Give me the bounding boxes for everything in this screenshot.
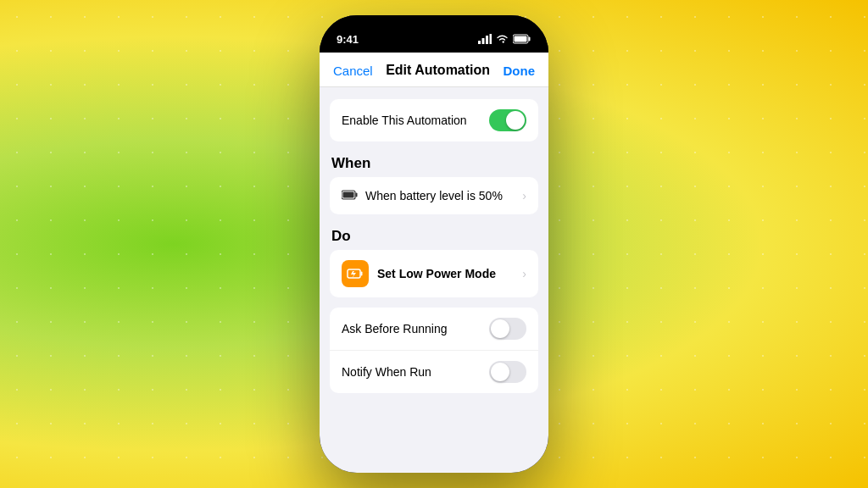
low-power-icon — [347, 268, 364, 280]
svg-rect-8 — [356, 193, 358, 197]
signal-icon — [478, 34, 492, 44]
status-time: 9:41 — [337, 33, 359, 46]
svg-rect-3 — [490, 34, 492, 44]
action-icon-bg — [342, 260, 369, 287]
wifi-icon — [496, 34, 509, 44]
do-chevron-icon: › — [522, 267, 526, 280]
do-section-header: Do — [320, 214, 548, 250]
battery-row-icon — [342, 188, 359, 203]
when-section-list: When battery level is 50% › — [330, 177, 538, 214]
svg-rect-11 — [361, 272, 363, 276]
do-section-list[interactable]: Set Low Power Mode › — [330, 250, 538, 297]
status-bar: 9:41 — [320, 15, 548, 53]
battery-level-label: When battery level is 50% — [365, 189, 522, 202]
set-low-power-label: Set Low Power Mode — [377, 267, 522, 280]
when-section-header: When — [320, 141, 548, 177]
ask-before-running-row: Ask Before Running — [330, 308, 538, 351]
battery-level-row[interactable]: When battery level is 50% › — [330, 177, 538, 214]
enable-automation-label: Enable This Automation — [342, 114, 467, 127]
status-icons — [478, 34, 531, 44]
notify-when-run-toggle[interactable] — [489, 361, 526, 383]
cancel-button[interactable]: Cancel — [333, 64, 373, 78]
svg-rect-1 — [482, 38, 485, 44]
ask-before-running-toggle[interactable] — [489, 318, 526, 340]
battery-status-icon — [513, 34, 531, 44]
svg-rect-9 — [343, 192, 354, 198]
notify-when-run-label: Notify When Run — [342, 365, 431, 379]
content-area: Enable This Automation When When battery — [320, 87, 548, 473]
enable-automation-row: Enable This Automation — [330, 99, 538, 141]
nav-bar: Cancel Edit Automation Done — [320, 53, 548, 87]
done-button[interactable]: Done — [504, 64, 536, 78]
notify-when-run-row: Notify When Run — [330, 351, 538, 393]
screen: Cancel Edit Automation Done Enable This … — [320, 53, 548, 473]
options-section: Ask Before Running Notify When Run — [330, 308, 538, 393]
phone-frame: 9:41 Cancel — [320, 15, 548, 473]
svg-rect-2 — [486, 36, 488, 44]
chevron-right-icon: › — [522, 189, 526, 202]
svg-rect-0 — [478, 41, 481, 44]
enable-automation-toggle[interactable] — [489, 109, 526, 131]
set-low-power-row[interactable]: Set Low Power Mode › — [330, 250, 538, 297]
do-action-content: Set Low Power Mode — [377, 267, 522, 280]
page-title: Edit Automation — [386, 63, 490, 78]
ask-before-running-label: Ask Before Running — [342, 322, 448, 336]
svg-rect-6 — [515, 36, 527, 42]
svg-rect-5 — [529, 37, 531, 42]
svg-marker-12 — [351, 271, 356, 278]
